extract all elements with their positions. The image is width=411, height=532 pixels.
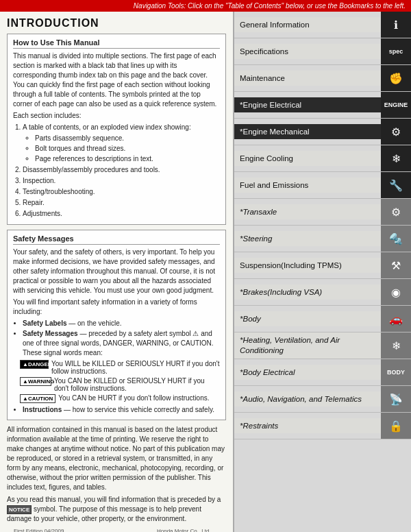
toc-item-7[interactable]: *Transaxle⚙ [234, 199, 411, 226]
instructions-list: Instructions — how to service this vehic… [23, 405, 220, 415]
toc-icon-box-15: 🔒 [381, 413, 411, 439]
toc-icon-15: 🔒 [389, 420, 403, 433]
toc-icon-box-12: ❄ [381, 332, 411, 359]
company-text: Honda Motor Co., Ltd. [157, 528, 219, 532]
toc-item-3[interactable]: *Engine ElectricalENGINE [234, 92, 411, 119]
list-item: Adjustments. [23, 209, 220, 219]
toc-container: General InformationℹSpecificationsspecMa… [234, 12, 411, 439]
safety-para1: Your safety, and the safety of others, i… [13, 247, 220, 295]
body-text: All information contained in this manual… [7, 425, 226, 492]
safety-messages-box: Safety Messages Your safety, and the saf… [7, 230, 226, 420]
toc-label-14: *Audio, Navigation, and Telematics [234, 391, 381, 407]
safety-list-item: Safety Messages — preceded by a safety a… [23, 329, 220, 358]
sub-list-item: Parts disassembly sequence. [35, 134, 220, 143]
list-item: Inspection. [23, 176, 220, 186]
how-to-use-title: How to Use This Manual [13, 38, 220, 49]
safety-list: Safety Labels — on the vehicle. Safety M… [23, 319, 220, 358]
danger-block: ▲DANGER You WILL be KILLED or SERIOUSLY … [20, 360, 220, 375]
toc-item-11[interactable]: *Body🚗 [234, 306, 411, 332]
toc-icon-3: ENGINE [384, 101, 408, 108]
danger-badge: ▲DANGER [20, 360, 49, 369]
toc-icon-10: ◉ [391, 286, 401, 299]
toc-label-4: *Engine Mechanical [234, 124, 381, 140]
toc-icon-8: 🔩 [389, 232, 403, 245]
toc-item-14[interactable]: *Audio, Navigation, and Telematics📡 [234, 386, 411, 413]
toc-icon-box-5: ❄ [381, 145, 411, 171]
toc-icon-box-10: ◉ [381, 279, 411, 305]
instructions-item: Instructions — how to service this vehic… [23, 405, 220, 415]
list-item: A table of contents, or an exploded view… [23, 123, 220, 164]
warning-block: ▲WARNING You CAN be KILLED or SERIOUSLY … [20, 377, 220, 392]
top-nav-bar: Navigation Tools: Click on the "Table of… [0, 0, 411, 12]
toc-icon-box-11: 🚗 [381, 306, 411, 332]
toc-icon-box-8: 🔩 [381, 226, 411, 252]
toc-item-0[interactable]: General Informationℹ [234, 12, 411, 38]
edition-text: First Edition 04/2009 [14, 528, 112, 532]
toc-item-13[interactable]: *Body ElectricalBODY [234, 359, 411, 386]
toc-item-4[interactable]: *Engine Mechanical⚙ [234, 119, 411, 145]
toc-icon-9: ⚒ [391, 259, 401, 272]
toc-item-5[interactable]: Engine Cooling❄ [234, 145, 411, 172]
toc-item-1[interactable]: Specificationsspec [234, 38, 411, 65]
how-to-use-para1: This manual is divided into multiple sec… [13, 51, 220, 109]
how-to-use-box: How to Use This Manual This manual is di… [7, 34, 226, 225]
toc-label-8: *Steering [234, 231, 381, 247]
toc-item-15[interactable]: *Restraints🔒 [234, 413, 411, 439]
toc-icon-box-7: ⚙ [381, 199, 411, 225]
warning-text: You CAN be KILLED or SERIOUSLY HURT if y… [54, 377, 220, 392]
sub-list-item: Page references to descriptions in text. [35, 154, 220, 164]
toc-icon-box-1: spec [381, 38, 411, 64]
toc-label-5: Engine Cooling [234, 151, 381, 167]
toc-label-9: Suspension(Including TPMS) [234, 258, 381, 274]
toc-label-7: *Transaxle [234, 204, 381, 220]
footer-left: First Edition 04/2009 All Rights Reserve… [14, 528, 112, 532]
toc-label-11: *Body [234, 311, 381, 327]
toc-label-3: *Engine Electrical [234, 97, 381, 113]
toc-icon-1: spec [389, 48, 403, 55]
toc-icon-14: 📡 [389, 393, 403, 406]
toc-item-6[interactable]: Fuel and Emissions🔧 [234, 172, 411, 199]
toc-icon-box-13: BODY [381, 359, 411, 385]
toc-icon-box-0: ℹ [381, 12, 411, 38]
list-item: Testing/troubleshooting. [23, 187, 220, 197]
list-item: Disassembly/assembly procedures and tool… [23, 165, 220, 175]
toc-item-9[interactable]: Suspension(Including TPMS)⚒ [234, 252, 411, 279]
footer-right: Honda Motor Co., Ltd. Service Publicatio… [157, 528, 219, 532]
page: Navigation Tools: Click on the "Table of… [0, 0, 411, 532]
warning-badge: ▲WARNING [20, 377, 51, 386]
toc-label-0: General Information [234, 17, 381, 33]
toc-icon-2: ✊ [389, 72, 403, 85]
intro-title: INTRODUCTION [7, 17, 226, 29]
caution-block: ▲CAUTION You CAN be HURT if you don't fo… [20, 394, 220, 403]
toc-icon-box-6: 🔧 [381, 172, 411, 198]
safety-list-item: Safety Labels — on the vehicle. [23, 319, 220, 328]
main-content: INTRODUCTION How to Use This Manual This… [0, 12, 411, 532]
toc-label-13: *Body Electrical [234, 365, 381, 380]
toc-icon-box-9: ⚒ [381, 252, 411, 278]
notice-badge: NOTICE [7, 505, 32, 514]
body-text2: As you read this manual, you will find i… [7, 495, 226, 524]
safety-title: Safety Messages [13, 234, 220, 245]
footer-cols: First Edition 04/2009 All Rights Reserve… [7, 527, 226, 532]
right-panel-toc: General InformationℹSpecificationsspecMa… [233, 12, 411, 532]
toc-label-12: *Heating, Ventilation, and Air Condition… [234, 332, 381, 359]
left-panel: INTRODUCTION How to Use This Manual This… [0, 12, 233, 532]
toc-icon-0: ℹ [394, 19, 398, 32]
toc-label-15: *Restraints [234, 418, 381, 434]
toc-icon-7: ⚙ [391, 206, 401, 219]
toc-icon-box-3: ENGINE [381, 92, 411, 118]
sub-list-item: Bolt torques and thread sizes. [35, 144, 220, 154]
toc-icon-4: ⚙ [391, 125, 401, 138]
caution-badge: ▲CAUTION [20, 394, 55, 403]
how-to-use-para2: Each section includes: [13, 111, 220, 121]
list-item: Repair. [23, 198, 220, 208]
toc-item-2[interactable]: Maintenance✊ [234, 65, 411, 92]
toc-icon-box-2: ✊ [381, 65, 411, 91]
toc-item-8[interactable]: *Steering🔩 [234, 226, 411, 252]
toc-item-10[interactable]: *Brakes(Including VSA)◉ [234, 279, 411, 306]
nav-instruction: Navigation Tools: Click on the "Table of… [134, 2, 406, 10]
toc-item-12[interactable]: *Heating, Ventilation, and Air Condition… [234, 332, 411, 359]
toc-label-6: Fuel and Emissions [234, 178, 381, 193]
signal-words: ▲DANGER You WILL be KILLED or SERIOUSLY … [20, 360, 220, 403]
danger-text: You WILL be KILLED or SERIOUSLY HURT if … [51, 360, 220, 375]
